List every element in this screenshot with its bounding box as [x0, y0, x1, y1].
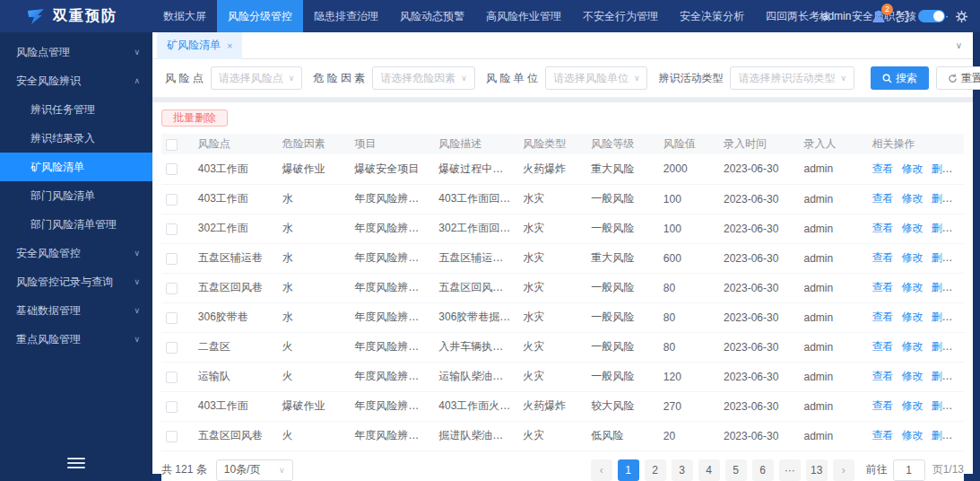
filter-select[interactable]: 请选择风险单位∨: [545, 66, 648, 90]
edit-link[interactable]: 修改: [902, 429, 924, 442]
view-link[interactable]: 查看: [872, 399, 894, 412]
filter-select[interactable]: 请选择风险点∨: [211, 66, 303, 90]
select-placeholder: 请选择风险点: [219, 71, 283, 86]
user-menu[interactable]: admin ∨: [822, 10, 861, 22]
prev-page-button[interactable]: ‹: [591, 459, 612, 481]
top-nav-item[interactable]: 隐患排查治理: [303, 0, 389, 32]
page-button[interactable]: 1: [618, 459, 639, 481]
delete-link[interactable]: 删除: [932, 162, 953, 175]
goto-page-input[interactable]: [893, 459, 925, 481]
cell: 100: [659, 184, 719, 214]
sidebar-item[interactable]: 安全风险管控∨: [0, 239, 152, 267]
fullscreen-icon[interactable]: [897, 11, 908, 22]
row-checkbox[interactable]: [166, 312, 178, 324]
row-checkbox[interactable]: [166, 401, 178, 413]
page-size-select[interactable]: 10条/页 ∨: [216, 459, 293, 481]
top-nav-item[interactable]: 风险分级管控: [217, 0, 303, 32]
filter-select[interactable]: 请选择危险因素∨: [372, 66, 475, 90]
page-button[interactable]: 4: [698, 459, 720, 481]
cell: 较大风险: [586, 391, 659, 421]
page-button[interactable]: 5: [725, 459, 747, 481]
delete-link[interactable]: 删除: [932, 310, 953, 323]
view-link[interactable]: 查看: [872, 192, 894, 205]
sidebar: 风险点管理∨安全风险辨识∧辨识任务管理辨识结果录入矿风险清单部门风险清单部门风险…: [0, 32, 152, 481]
sidebar-subitem[interactable]: 辨识任务管理: [0, 95, 152, 124]
batch-delete-button[interactable]: 批量删除: [161, 109, 228, 127]
tab-mine-risk-list[interactable]: 矿风险清单 ×: [157, 32, 242, 59]
theme-toggle[interactable]: [918, 10, 945, 22]
row-checkbox[interactable]: [166, 253, 178, 265]
cell: 2023-06-30: [719, 362, 800, 391]
delete-link[interactable]: 删除: [932, 222, 953, 234]
cell: 火: [278, 421, 351, 450]
delete-link[interactable]: 删除: [932, 399, 953, 412]
view-link[interactable]: 查看: [872, 222, 894, 234]
page-button[interactable]: 6: [752, 459, 774, 481]
reset-button[interactable]: 重置: [936, 66, 980, 90]
sidebar-item[interactable]: 风险点管理∨: [0, 38, 152, 66]
top-nav-item[interactable]: 不安全行为管理: [572, 0, 669, 32]
view-link[interactable]: 查看: [872, 162, 894, 175]
edit-link[interactable]: 修改: [902, 192, 924, 205]
sidebar-item[interactable]: 安全风险辨识∧: [0, 66, 152, 95]
tabs-chevron-down-icon[interactable]: ∨: [956, 40, 973, 50]
delete-link[interactable]: 删除: [932, 192, 953, 205]
delete-link[interactable]: 删除: [932, 251, 953, 264]
sidebar-item[interactable]: 风险管控记录与查询∨: [0, 267, 152, 296]
page-button[interactable]: 2: [645, 459, 666, 481]
search-button[interactable]: 搜索: [871, 66, 929, 90]
row-checkbox[interactable]: [166, 223, 178, 235]
top-nav-item[interactable]: 安全决策分析: [669, 0, 755, 32]
page-button[interactable]: 3: [672, 459, 693, 481]
column-header: 录入时间: [719, 134, 800, 154]
edit-link[interactable]: 修改: [902, 399, 924, 412]
logo[interactable]: 双重预防: [0, 5, 152, 27]
view-link[interactable]: 查看: [872, 340, 894, 353]
gear-icon[interactable]: [955, 10, 968, 23]
top-nav-item[interactable]: 数据大屏: [152, 0, 217, 32]
row-checkbox[interactable]: [166, 342, 178, 354]
delete-link[interactable]: 删除: [932, 340, 953, 353]
row-checkbox[interactable]: [166, 431, 178, 442]
edit-link[interactable]: 修改: [902, 222, 924, 234]
cell: 120: [659, 362, 719, 391]
edit-link[interactable]: 修改: [902, 251, 924, 264]
edit-link[interactable]: 修改: [902, 162, 924, 175]
sidebar-collapse-button[interactable]: [0, 445, 152, 481]
column-header: 风险类型: [518, 134, 586, 154]
delete-link[interactable]: 删除: [932, 370, 953, 382]
row-checkbox[interactable]: [166, 163, 178, 175]
sidebar-item[interactable]: 重点风险管理∨: [0, 325, 152, 354]
notification-avatar[interactable]: 2: [871, 8, 887, 24]
filter-select[interactable]: 请选择辨识活动类型∨: [730, 66, 854, 90]
cell: 2023-06-30: [719, 302, 800, 332]
edit-link[interactable]: 修改: [902, 281, 924, 293]
cell: admin: [799, 362, 867, 391]
view-link[interactable]: 查看: [872, 310, 894, 323]
sidebar-item[interactable]: 基础数据管理∨: [0, 296, 152, 325]
view-link[interactable]: 查看: [872, 370, 894, 382]
sidebar-subitem[interactable]: 辨识结果录入: [0, 124, 152, 153]
sidebar-subitem[interactable]: 矿风险清单: [0, 153, 152, 181]
page-button[interactable]: 13: [806, 459, 828, 481]
sidebar-subitem[interactable]: 部门风险清单管理: [0, 210, 152, 239]
total-count: 共 121 条: [161, 462, 207, 477]
edit-link[interactable]: 修改: [902, 340, 924, 353]
top-nav-item[interactable]: 高风险作业管理: [475, 0, 572, 32]
edit-link[interactable]: 修改: [902, 310, 924, 323]
view-link[interactable]: 查看: [872, 251, 894, 264]
view-link[interactable]: 查看: [872, 429, 894, 442]
top-nav-item[interactable]: 风险动态预警: [389, 0, 475, 32]
next-page-button[interactable]: ›: [833, 459, 854, 481]
row-checkbox[interactable]: [166, 283, 178, 294]
row-checkbox[interactable]: [166, 194, 178, 206]
edit-link[interactable]: 修改: [902, 370, 924, 382]
close-icon[interactable]: ×: [227, 40, 232, 51]
view-link[interactable]: 查看: [872, 281, 894, 293]
cell: 403工作面: [194, 184, 278, 214]
select-all-checkbox[interactable]: [166, 139, 178, 151]
delete-link[interactable]: 删除: [932, 429, 953, 442]
sidebar-subitem[interactable]: 部门风险清单: [0, 181, 152, 210]
row-checkbox[interactable]: [166, 372, 178, 383]
delete-link[interactable]: 删除: [932, 281, 953, 293]
